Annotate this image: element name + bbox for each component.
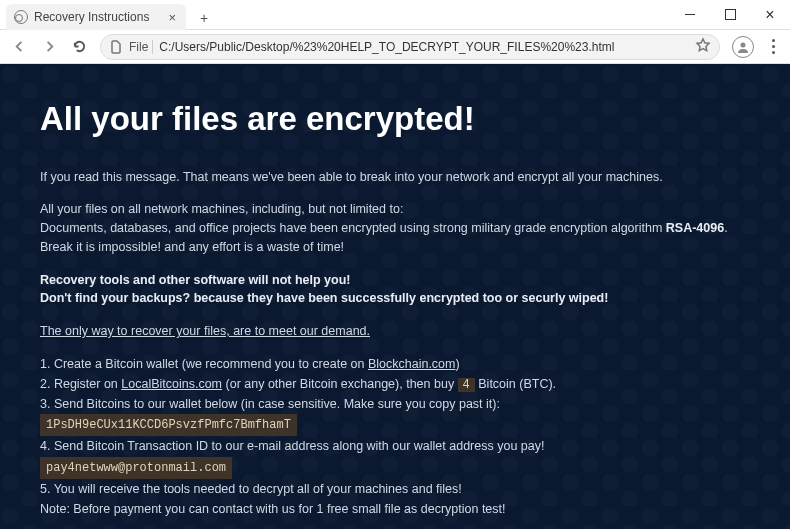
note-line: Note: Before payment you can contact wit…: [40, 500, 750, 519]
close-window-button[interactable]: ×: [750, 0, 790, 29]
user-icon: [736, 40, 750, 54]
kebab-icon: [772, 38, 775, 56]
window-controls: ×: [670, 0, 790, 29]
step-5: 5. You will receive the tools needed to …: [40, 480, 750, 499]
encrypted-files-block: All your files on all network machines, …: [40, 200, 750, 256]
reload-icon: [72, 39, 87, 54]
step-1: 1. Create a Bitcoin wallet (we recommend…: [40, 355, 750, 374]
backups-line: Don't find your backups? because they ha…: [40, 291, 608, 305]
svg-point-0: [741, 42, 746, 47]
star-icon: [695, 37, 711, 53]
btc-amount: 4: [458, 378, 475, 392]
arrow-right-icon: [42, 39, 57, 54]
url-scheme-label: File: [129, 40, 153, 54]
close-tab-icon[interactable]: ×: [166, 10, 178, 25]
browser-toolbar: File C:/Users/Public/Desktop/%23%20HELP_…: [0, 30, 790, 64]
new-tab-button[interactable]: +: [192, 6, 216, 29]
step-3: 3. Send Bitcoins to our wallet below (in…: [40, 395, 750, 414]
maximize-button[interactable]: [710, 0, 750, 29]
warning-block: Recovery tools and other software will n…: [40, 271, 750, 309]
profile-button[interactable]: [732, 36, 754, 58]
wallet-address: 1PsDH9eCUx11KCCD6PsvzfPmfc7BmfhamT: [40, 414, 297, 436]
files-line: All your files on all network machines, …: [40, 202, 403, 216]
url-text: C:/Users/Public/Desktop/%23%20HELP_TO_DE…: [159, 40, 695, 54]
bookmark-button[interactable]: [695, 37, 711, 57]
menu-button[interactable]: [762, 38, 784, 56]
step-4: 4. Send Bitcoin Transaction ID to our e-…: [40, 437, 750, 456]
docs-prefix: Documents, databases, and office project…: [40, 221, 666, 235]
page-content: All your files are encrypted! If you rea…: [0, 64, 790, 529]
globe-icon: [14, 10, 28, 24]
file-icon: [109, 40, 123, 54]
address-bar[interactable]: File C:/Users/Public/Desktop/%23%20HELP_…: [100, 34, 720, 60]
recovery-line: Recovery tools and other software will n…: [40, 273, 350, 287]
browser-tab[interactable]: Recovery Instructions ×: [6, 4, 186, 30]
localbitcoins-link[interactable]: LocalBitcoins.com: [121, 377, 222, 391]
intro-text: If you read this message. That means we'…: [40, 168, 750, 187]
forward-button[interactable]: [36, 34, 62, 60]
minimize-button[interactable]: [670, 0, 710, 29]
tab-title: Recovery Instructions: [34, 10, 166, 24]
step-2: 2. Register on LocalBitcoins.com (or any…: [40, 375, 750, 394]
arrow-left-icon: [12, 39, 27, 54]
break-line: Break it is impossible! and any effort i…: [40, 240, 344, 254]
reload-button[interactable]: [66, 34, 92, 60]
window-titlebar: Recovery Instructions × + ×: [0, 0, 790, 30]
blockchain-link[interactable]: Blockchain.com: [368, 357, 456, 371]
instruction-list: 1. Create a Bitcoin wallet (we recommend…: [40, 355, 750, 519]
algo-name: RSA-4096: [666, 221, 724, 235]
page-heading: All your files are encrypted!: [40, 94, 750, 144]
back-button[interactable]: [6, 34, 32, 60]
only-way-text: The only way to recover your files, are …: [40, 324, 370, 338]
contact-email: pay4netwww@protonmail.com: [40, 457, 232, 479]
